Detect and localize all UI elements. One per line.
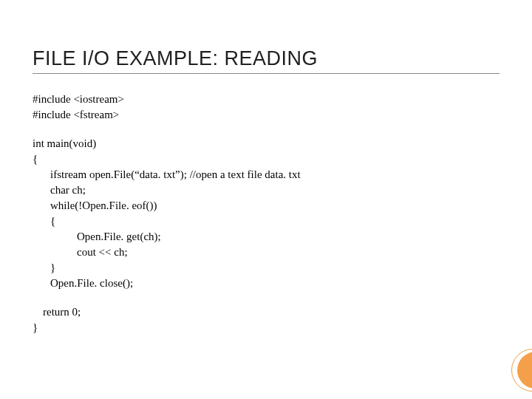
code-line: int main(void) — [33, 136, 499, 151]
includes-block: #include <iostream> #include <fstream> — [33, 92, 499, 123]
circle-fill-icon — [517, 352, 532, 389]
code-line: } — [33, 320, 499, 335]
code-line: while(!Open.File. eof()) — [33, 198, 499, 214]
code-line: #include <fstream> — [33, 107, 499, 123]
corner-decoration — [485, 346, 532, 393]
slide: FILE I/O EXAMPLE: READING #include <iost… — [0, 0, 532, 399]
code-line: cout << ch; — [33, 245, 499, 260]
code-line: Open.File. get(ch); — [33, 229, 499, 245]
code-line: return 0; — [33, 304, 499, 320]
code-line: ifstream open.File(“data. txt”); //open … — [33, 167, 499, 183]
slide-title: FILE I/O EXAMPLE: READING — [33, 47, 499, 74]
code-line: Open.File. close(); — [33, 276, 499, 291]
code-line: #include <iostream> — [33, 92, 499, 107]
main-block: int main(void) { ifstream open.File(“dat… — [33, 136, 499, 335]
circle-ring-icon — [511, 349, 532, 392]
code-body: #include <iostream> #include <fstream> i… — [33, 92, 499, 335]
code-line: } — [33, 260, 499, 276]
code-line: { — [33, 214, 499, 229]
code-line: char ch; — [33, 183, 499, 198]
code-line: { — [33, 151, 499, 167]
